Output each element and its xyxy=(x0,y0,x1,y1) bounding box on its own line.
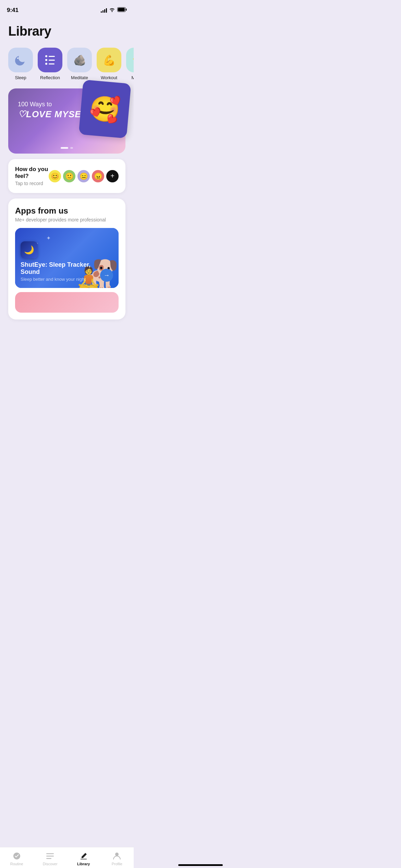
svg-text:✦: ✦ xyxy=(16,57,19,60)
banner-emoji: 🥰 xyxy=(78,80,131,138)
meditate-icon-bg: 🪨 xyxy=(67,48,92,72)
app-icon: 🌙 xyxy=(21,241,38,258)
second-app-card[interactable] xyxy=(15,292,119,313)
sleep-icon-bg: ✦ xyxy=(8,48,33,72)
sleep-label: Sleep xyxy=(15,75,26,80)
category-motiv[interactable]: ⭐ Motiv... xyxy=(126,48,134,80)
svg-point-4 xyxy=(19,54,27,62)
mood-sad[interactable]: 😠 xyxy=(92,170,104,182)
mood-question: How do you feel? xyxy=(15,166,49,180)
wifi-icon xyxy=(109,7,115,13)
mood-text: How do you feel? Tap to record xyxy=(15,166,49,186)
signal-icon xyxy=(101,8,107,13)
mood-meh[interactable]: 😑 xyxy=(77,170,90,182)
app-card-title: ShutEye: Sleep Tracker, Sound xyxy=(21,261,98,276)
mood-card[interactable]: How do you feel? Tap to record 😊 🙂 😑 😠 + xyxy=(8,159,125,193)
page-header: Library xyxy=(0,17,134,42)
reflection-label: Reflection xyxy=(40,75,60,80)
mood-emoji-row: 😊 🙂 😑 😠 + xyxy=(49,170,119,182)
banner-dot-inactive xyxy=(70,147,73,149)
banner-pagination xyxy=(61,147,73,149)
motiv-icon-bg: ⭐ xyxy=(126,48,134,72)
status-icons xyxy=(101,7,127,13)
category-meditate[interactable]: 🪨 Meditate xyxy=(67,48,92,80)
page-title: Library xyxy=(8,24,125,39)
shuteye-card[interactable]: ✦ ✦ 🐕 🧘 🌙 ShutEye: Sleep Tracker, Sound … xyxy=(15,228,119,288)
category-row: ✦ Sleep xyxy=(0,42,134,86)
mood-tap-label: Tap to record xyxy=(15,181,49,186)
svg-rect-1 xyxy=(118,8,125,11)
category-reflection[interactable]: Reflection xyxy=(38,48,62,80)
category-workout[interactable]: 💪 Workout xyxy=(97,48,121,80)
workout-label: Workout xyxy=(101,75,117,80)
reflection-icon-bg xyxy=(38,48,62,72)
star-deco-1: ✦ xyxy=(46,235,51,241)
mood-ok[interactable]: 🙂 xyxy=(63,170,75,182)
apps-subtitle: Me+ developer provides more professional xyxy=(15,217,119,222)
banner-dot-active xyxy=(61,147,68,149)
mood-add-button[interactable]: + xyxy=(106,170,119,182)
workout-icon-bg: 💪 xyxy=(97,48,121,72)
category-sleep[interactable]: ✦ Sleep xyxy=(8,48,33,80)
app-card-desc: Sleep better and know your night xyxy=(21,277,98,282)
meditate-label: Meditate xyxy=(71,75,88,80)
apps-title: Apps from us xyxy=(15,206,119,216)
mood-happy[interactable]: 😊 xyxy=(49,170,61,182)
svg-rect-2 xyxy=(126,9,127,11)
apps-section: Apps from us Me+ developer provides more… xyxy=(8,198,125,320)
app-card-arrow-button[interactable]: → xyxy=(100,269,113,282)
status-time: 9:41 xyxy=(7,7,19,14)
promo-banner[interactable]: 100 Ways to ♡LOVE MYSELF 🥰 xyxy=(8,88,125,154)
motiv-label: Motiv... xyxy=(132,75,134,80)
battery-icon xyxy=(117,7,127,13)
app-card-content: 🌙 ShutEye: Sleep Tracker, Sound Sleep be… xyxy=(21,241,98,282)
status-bar: 9:41 xyxy=(0,0,134,17)
banner-heart-icon: ♡ xyxy=(18,109,26,119)
